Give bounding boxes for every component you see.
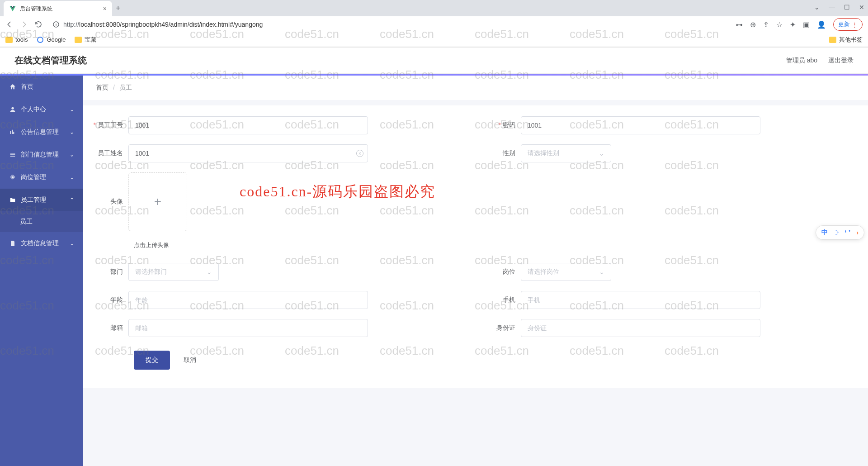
idcard-label: 身份证	[485, 324, 521, 332]
sidebar-item-notice[interactable]: 公告信息管理 ⌄	[0, 121, 83, 143]
moon-icon[interactable]: ☽	[833, 229, 839, 236]
address-bar: http://localhost:8080/springbootpkh49/ad…	[0, 16, 868, 33]
phone-input[interactable]	[521, 291, 760, 309]
sidebar-item-personal[interactable]: 个人中心 ⌄	[0, 98, 83, 121]
chevron-right-icon[interactable]: ›	[856, 229, 859, 236]
sidebar-item-doc[interactable]: 文档信息管理 ⌄	[0, 232, 83, 255]
sidebar-item-dept[interactable]: 部门信息管理 ⌄	[0, 143, 83, 166]
password-label: *密码	[485, 121, 521, 129]
chevron-down-icon: ⌄	[70, 129, 74, 135]
profile-icon[interactable]: 👤	[817, 20, 826, 29]
key-icon[interactable]: ⊶	[736, 20, 743, 29]
document-icon	[9, 240, 16, 247]
emp-id-input[interactable]	[128, 116, 368, 134]
breadcrumb: 首页 / 员工	[83, 76, 868, 100]
ime-quotes[interactable]: ❛ ❜	[844, 229, 851, 236]
position-label: 岗位	[485, 268, 521, 276]
avatar-label: 头像	[92, 198, 128, 206]
chevron-down-icon: ⌄	[70, 240, 74, 247]
address-bar-icons: ⊶ ⊕ ⇪ ☆ ✦ ▣ 👤 更新 ⋮	[736, 18, 863, 31]
info-icon	[52, 21, 60, 28]
name-label: 员工姓名	[92, 149, 128, 157]
phone-label: 手机	[485, 296, 521, 304]
chevron-down-icon: ⌄	[70, 106, 74, 113]
main-content: 首页 / 员工 *员工工号 *密码 员工姓名	[83, 76, 868, 466]
ime-toolbar[interactable]: 中 ☽ ❛ ❜ ›	[816, 225, 864, 240]
browser-tab[interactable]: 后台管理系统 ×	[4, 1, 112, 16]
home-icon	[9, 83, 16, 90]
sidebar-subitem-employee[interactable]: 员工	[0, 211, 83, 232]
bookmarks-bar: tools Google 宝藏 其他书签	[0, 33, 868, 47]
vue-icon	[9, 5, 16, 12]
password-input[interactable]	[521, 116, 760, 134]
url-box[interactable]: http://localhost:8080/springbootpkh49/ad…	[49, 21, 729, 28]
clear-icon[interactable]: ×	[356, 150, 363, 157]
star-icon[interactable]: ☆	[776, 20, 783, 29]
list-icon	[9, 151, 16, 158]
chart-icon	[9, 128, 16, 136]
gender-select[interactable]: 请选择性别 ⌄	[521, 144, 611, 162]
share-icon[interactable]: ⇪	[763, 20, 769, 29]
emp-id-label: *员工工号	[92, 121, 128, 129]
tab-title: 后台管理系统	[20, 5, 99, 13]
user-label[interactable]: 管理员 abo	[786, 57, 817, 65]
new-tab-button[interactable]: +	[116, 4, 121, 13]
logout-link[interactable]: 退出登录	[828, 57, 854, 65]
dept-select[interactable]: 请选择部门 ⌄	[128, 263, 219, 281]
sidebar-item-position[interactable]: 岗位管理 ⌄	[0, 166, 83, 189]
email-input[interactable]	[128, 319, 368, 337]
app-header: 在线文档管理系统 管理员 abo 退出登录	[0, 48, 868, 74]
bookmark-google[interactable]: Google	[37, 36, 66, 43]
forward-button[interactable]	[20, 20, 28, 29]
minimize-icon[interactable]: —	[829, 4, 835, 11]
back-button[interactable]	[5, 20, 14, 29]
folder-icon	[829, 37, 836, 43]
avatar-upload[interactable]: +	[128, 172, 187, 231]
breadcrumb-current: 员工	[119, 84, 132, 91]
app-body: 首页 个人中心 ⌄ 公告信息管理 ⌄ 部门信息管理 ⌄ 岗位管理 ⌄ 员工管理 …	[0, 76, 868, 466]
reload-button[interactable]	[34, 20, 42, 29]
folder-icon	[75, 37, 82, 43]
sidebar-item-home[interactable]: 首页	[0, 76, 83, 98]
bookmark-tools[interactable]: tools	[5, 36, 28, 43]
bookmark-treasure[interactable]: 宝藏	[75, 36, 96, 44]
ime-cn-icon[interactable]: 中	[821, 228, 828, 237]
app-title: 在线文档管理系统	[14, 54, 87, 67]
name-input[interactable]	[128, 144, 368, 162]
age-input[interactable]	[128, 291, 368, 309]
breadcrumb-separator: /	[113, 84, 115, 91]
submit-button[interactable]: 提交	[134, 351, 170, 370]
idcard-input[interactable]	[521, 319, 760, 337]
browser-tabs-bar: 后台管理系统 × + ⌄ — ☐ ✕	[0, 0, 868, 16]
chevron-down-icon[interactable]: ⌄	[814, 4, 820, 11]
form-card: *员工工号 *密码 员工姓名 × 性别	[83, 105, 868, 388]
sidepanel-icon[interactable]: ▣	[803, 20, 810, 29]
extensions-icon[interactable]: ✦	[790, 20, 796, 29]
sidebar: 首页 个人中心 ⌄ 公告信息管理 ⌄ 部门信息管理 ⌄ 岗位管理 ⌄ 员工管理 …	[0, 76, 83, 466]
google-icon	[37, 36, 44, 43]
maximize-icon[interactable]: ☐	[844, 4, 850, 11]
email-label: 邮箱	[92, 324, 128, 332]
close-window-icon[interactable]: ✕	[859, 4, 864, 11]
gear-icon	[9, 174, 16, 181]
avatar-hint: 点击上传头像	[92, 241, 859, 249]
user-icon	[9, 106, 16, 113]
browser-chrome: 后台管理系统 × + ⌄ — ☐ ✕ http://localhost:8080…	[0, 0, 868, 48]
sidebar-item-employee[interactable]: 员工管理 ⌃	[0, 189, 83, 211]
breadcrumb-home[interactable]: 首页	[96, 84, 108, 91]
chevron-down-icon: ⌄	[207, 268, 212, 276]
url-text: http://localhost:8080/springbootpkh49/ad…	[63, 21, 263, 28]
close-icon[interactable]: ×	[103, 5, 107, 12]
chevron-down-icon: ⌄	[70, 174, 74, 181]
plus-icon: +	[154, 195, 161, 209]
chevron-up-icon: ⌃	[70, 197, 74, 203]
bookmark-other[interactable]: 其他书签	[829, 36, 863, 44]
chevron-down-icon: ⌄	[599, 150, 604, 157]
update-button[interactable]: 更新 ⋮	[833, 18, 863, 31]
window-controls: ⌄ — ☐ ✕	[814, 4, 864, 11]
position-select[interactable]: 请选择岗位 ⌄	[521, 263, 611, 281]
cancel-button[interactable]: 取消	[179, 351, 201, 370]
folder-icon	[5, 37, 13, 43]
zoom-icon[interactable]: ⊕	[750, 20, 756, 29]
svg-point-1	[38, 37, 43, 43]
